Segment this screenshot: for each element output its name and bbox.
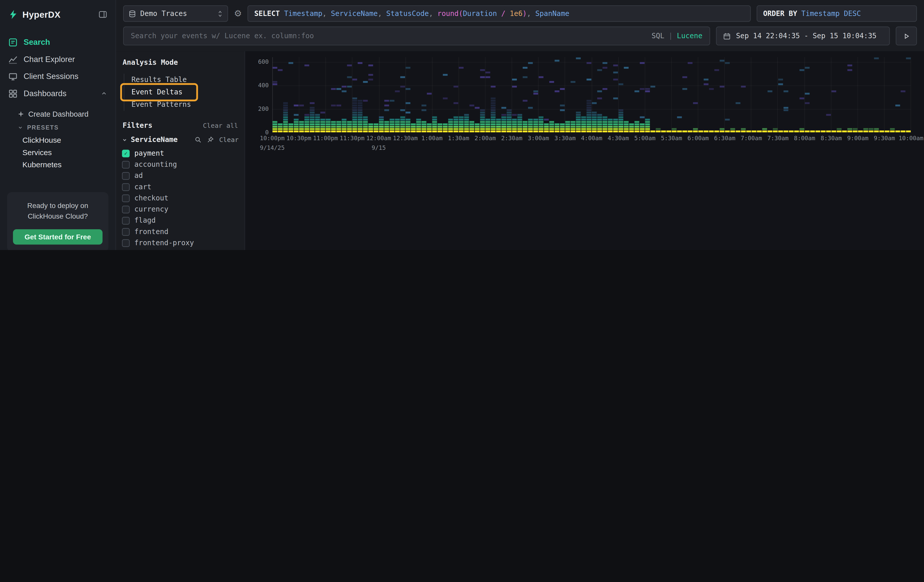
right-column: Demo Traces ⚙ SELECT Timestamp, ServiceN… [116, 0, 924, 250]
preset-dashboard-link[interactable]: ClickHouse [0, 134, 116, 146]
x-tick-label: 3:00am [528, 135, 549, 142]
get-started-button[interactable]: Get Started for Free [13, 229, 102, 245]
checkbox[interactable] [122, 217, 130, 224]
facet-name[interactable]: ServiceName [131, 136, 178, 144]
logo-row: HyperDX [0, 0, 116, 20]
x-tick-label: 10:00am [899, 135, 924, 142]
checkbox[interactable] [122, 172, 130, 180]
time-range-picker[interactable]: Sep 14 22:04:35 - Sep 15 10:04:35 [716, 26, 890, 46]
facet-value-label: accounting [134, 160, 177, 169]
select-caret-icon [217, 10, 223, 17]
create-dashboard-button[interactable]: Create Dashboard [0, 107, 116, 122]
y-tick-label: 600 [258, 58, 269, 65]
chevron-down-icon[interactable] [122, 137, 127, 142]
source-settings-gear-icon[interactable]: ⚙ [234, 8, 242, 19]
chart-line-icon [8, 54, 18, 64]
sidebar-collapse-icon[interactable] [98, 10, 107, 19]
chevron-down-icon [18, 125, 23, 130]
presets-toggle[interactable]: PRESETS [0, 122, 116, 134]
clickhouse-cloud-promo-card: Ready to deploy on ClickHouse Cloud? Get… [7, 192, 109, 250]
x-tick-label: 12:00am [366, 135, 391, 142]
sql-select-editor[interactable]: SELECT Timestamp, ServiceName, StatusCod… [248, 5, 751, 22]
chart-y-axis: 0200400600 [254, 57, 272, 133]
x-tick-label: 5:30am [661, 135, 682, 142]
plus-icon [18, 111, 24, 117]
y-tick-label: 400 [258, 82, 269, 89]
facet-value-label: frontend-proxy [134, 239, 194, 247]
query-language-toggle: SQL | Lucene [652, 32, 702, 40]
preset-dashboard-label: Services [23, 148, 52, 157]
checkbox[interactable] [122, 183, 130, 191]
facet-value-row[interactable]: flagd [122, 216, 239, 225]
facet-value-row[interactable]: frontend-proxy [122, 239, 239, 247]
analysis-mode-option[interactable]: Results Table [124, 74, 239, 86]
x-tick-label: 7:00am [741, 135, 762, 142]
analysis-mode-option[interactable]: Event Deltas [124, 86, 239, 99]
run-query-button[interactable] [896, 26, 917, 46]
x-tick-label: 11:30pm [340, 135, 365, 142]
x-tick-label: 8:30am [820, 135, 842, 142]
x-tick-label: 1:00am [421, 135, 442, 142]
x-tick-label: 7:30am [767, 135, 789, 142]
x-tick-label: 2:30am [501, 135, 523, 142]
sidebar-item-chart-explorer[interactable]: Chart Explorer [0, 51, 116, 68]
facet-value-row[interactable]: ad [122, 171, 239, 180]
facet-tools: Clear [194, 136, 239, 143]
x-tick-label: 4:30am [608, 135, 629, 142]
sidebar-item-search[interactable]: Search [0, 34, 116, 51]
checkbox[interactable] [122, 206, 130, 213]
facet-value-label: cart [134, 183, 151, 191]
chart-date-labels: 9/14/259/15 [272, 142, 911, 151]
search-input[interactable] [131, 32, 647, 40]
order-by-editor[interactable]: ORDER BY Timestamp DESC [757, 5, 917, 22]
calendar-icon [723, 32, 731, 40]
filters-panel: Analysis Mode Results Table Event Deltas… [116, 51, 245, 250]
facet-value-row[interactable]: currency [122, 205, 239, 214]
checkbox[interactable] [122, 161, 130, 168]
sidebar: HyperDX Search Chart Explorer [0, 0, 116, 250]
facet-value-row[interactable]: accounting [122, 160, 239, 169]
clear-all-filters[interactable]: Clear all [203, 122, 238, 130]
x-tick-label: 11:00pm [313, 135, 338, 142]
source-select-value: Demo Traces [140, 9, 213, 18]
checkbox[interactable] [122, 149, 130, 157]
search-box[interactable]: SQL | Lucene [123, 26, 710, 46]
facet-search-icon[interactable] [194, 136, 201, 143]
facet-clear[interactable]: Clear [219, 136, 239, 143]
mode-lucene[interactable]: Lucene [677, 32, 702, 40]
preset-dashboard-link[interactable]: Kubernetes [0, 159, 116, 171]
facet-value-label: frontend [134, 228, 168, 236]
checkbox[interactable] [122, 228, 130, 235]
checkbox[interactable] [122, 239, 130, 246]
facet-pin-icon[interactable] [207, 136, 214, 143]
x-tick-label: 5:00am [634, 135, 655, 142]
time-range-value: Sep 14 22:04:35 - Sep 15 10:04:35 [736, 32, 876, 40]
x-tick-label: 2:00am [475, 135, 496, 142]
x-tick-label: 9:30am [874, 135, 895, 142]
heatmap-canvas[interactable] [272, 57, 911, 133]
facet-value-label: payment [134, 149, 164, 157]
sidebar-item-dashboards[interactable]: Dashboards [0, 85, 116, 102]
checkbox[interactable] [122, 194, 130, 202]
search-row: SQL | Lucene Sep 14 22:04:35 - Sep 15 10… [123, 26, 917, 46]
facet-value-row[interactable]: checkout [122, 194, 239, 202]
order-by-value: Timestamp DESC [801, 9, 861, 18]
presets-label: PRESETS [27, 124, 59, 131]
dashboards-submenu: Create Dashboard PRESETS ClickHouse Serv… [0, 107, 116, 171]
mode-sql[interactable]: SQL [652, 32, 664, 40]
facet-value-row[interactable]: frontend [122, 228, 239, 236]
facet-value-row[interactable]: cart [122, 183, 239, 191]
preset-dashboard-label: ClickHouse [23, 136, 61, 145]
facet-value-row[interactable]: payment [122, 149, 239, 157]
search-nav-icon [8, 38, 18, 47]
preset-dashboard-link[interactable]: Services [0, 146, 116, 159]
sidebar-item-client-sessions[interactable]: Client Sessions [0, 68, 116, 85]
y-tick-label: 0 [265, 129, 269, 136]
x-tick-label: 8:00am [794, 135, 815, 142]
facet-value-label: checkout [134, 194, 168, 202]
analysis-mode-option[interactable]: Event Patterns [124, 99, 239, 111]
filters-title: Filters [122, 122, 203, 130]
source-select[interactable]: Demo Traces [123, 5, 228, 22]
analysis-mode-option-label: Event Deltas [131, 88, 182, 96]
chevron-up-icon [101, 90, 107, 97]
